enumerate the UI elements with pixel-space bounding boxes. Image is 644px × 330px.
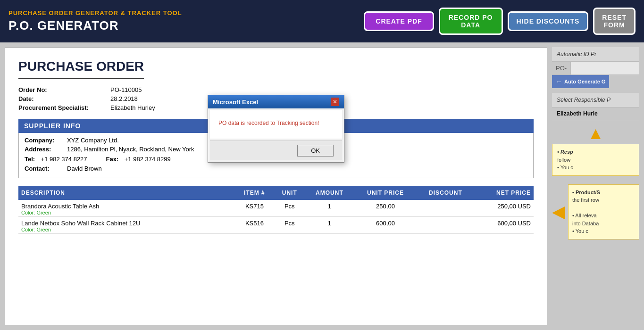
order-no-label: Order No:	[18, 86, 110, 93]
po-panel: PURCHASE ORDER Order No: PO-110005 Date:…	[5, 47, 547, 325]
item-no-cell: KS715	[235, 200, 275, 217]
auto-generate-label: Auto Generate G	[564, 79, 605, 84]
fax-label: Fax:	[106, 156, 119, 163]
hide-discounts-button[interactable]: HIDE DISCOUNTS	[508, 11, 589, 31]
auto-generate-btn-container: ← Auto Generate G	[552, 75, 639, 88]
arrow-left-icon: ◀	[552, 202, 565, 222]
item-amount-cell: 1	[305, 200, 354, 217]
date-label: Date:	[18, 95, 110, 102]
po-prefix: PO-	[552, 62, 571, 74]
item-name: Lande Netbox Soho Wall Rack Cabinet 12U	[21, 220, 232, 227]
address-value: 1286, Hamilton Pl, Nyack, Rockland, New …	[67, 146, 194, 153]
right-panel: Automatic ID Pr PO- ← Auto Generate G Se…	[552, 47, 639, 325]
item-no-cell: KS516	[235, 217, 275, 234]
col-header-description: DESCRIPTION	[18, 186, 235, 200]
date-value: 28.2.2018	[110, 95, 138, 102]
supplier-contact-row: Contact: David Brown	[25, 165, 527, 172]
fax-value: +1 982 374 8299	[125, 156, 171, 163]
item-unit-cell: Pcs	[274, 200, 305, 217]
auto-generate-button[interactable]: ← Auto Generate G	[552, 75, 609, 88]
item-name: Brandora Acoustic Table Ash	[21, 203, 232, 210]
note2-content: • Product/Sthe first row• All relevainto…	[572, 190, 600, 234]
specialist-value: Elizabeth Hurley	[110, 104, 155, 111]
col-header-discount: DISCOUNT	[417, 186, 474, 200]
record-po-line2: DATA	[461, 21, 480, 29]
header-titles: PURCHASE ORDER GENERATOR & TRACKER TOOL …	[8, 9, 364, 33]
table-header-row: DESCRIPTION ITEM # UNIT AMOUNT UNIT PRIC…	[18, 186, 534, 200]
po-title: PURCHASE ORDER	[18, 59, 144, 79]
reset-form-button[interactable]: RESET FORM	[593, 8, 636, 35]
tel-group: Tel: +1 982 374 8227	[25, 155, 87, 163]
note-box-1: • Respfollow• You c	[552, 144, 639, 176]
arrow-up-icon: ▲	[587, 125, 604, 142]
item-uprice-cell: 250,00	[354, 200, 417, 217]
col-header-item: ITEM #	[235, 186, 275, 200]
col-header-net-price: NET PRICE	[474, 186, 534, 200]
col-header-amount: AMOUNT	[305, 186, 354, 200]
item-desc-cell: Lande Netbox Soho Wall Rack Cabinet 12U …	[18, 217, 235, 234]
company-label: Company:	[25, 137, 67, 144]
item-uprice-cell: 600,00	[354, 217, 417, 234]
select-responsible-label: Select Responsible P	[552, 93, 639, 107]
fax-group: Fax: +1 982 374 8299	[106, 155, 171, 163]
auto-generate-arrow-icon: ←	[556, 78, 562, 85]
item-discount-cell	[417, 200, 474, 217]
app-subtitle: PURCHASE ORDER GENERATOR & TRACKER TOOL	[8, 9, 364, 16]
contact-value: David Brown	[67, 165, 102, 172]
address-label: Address:	[25, 146, 67, 153]
order-no-value: PO-110005	[110, 86, 142, 93]
auto-id-input-row: PO-	[552, 62, 639, 75]
record-po-button[interactable]: RECORD PO DATA	[439, 8, 503, 35]
item-discount-cell	[417, 217, 474, 234]
item-unit-cell: Pcs	[274, 217, 305, 234]
modal-titlebar: Microsoft Excel ✕	[208, 95, 344, 108]
table-row: Lande Netbox Soho Wall Rack Cabinet 12U …	[18, 217, 534, 234]
items-table: DESCRIPTION ITEM # UNIT AMOUNT UNIT PRIC…	[18, 186, 534, 234]
note1-content: • Respfollow• You c	[557, 149, 573, 170]
modal-message: PO data is recorded to Tracking section!	[218, 120, 334, 126]
item-netprice-cell: 250,00 USD	[474, 200, 534, 217]
tel-label: Tel:	[25, 156, 35, 163]
modal-body: PO data is recorded to Tracking section!	[210, 110, 342, 139]
col-header-unit-price: UNIT PRICE	[354, 186, 417, 200]
arrow-up-container: ▲	[552, 120, 639, 144]
table-row: Brandora Acoustic Table Ash Color: Green…	[18, 200, 534, 217]
modal-dialog: Microsoft Excel ✕ PO data is recorded to…	[208, 95, 344, 163]
modal-ok-button[interactable]: OK	[297, 145, 334, 157]
header-buttons: CREATE PDF RECORD PO DATA HIDE DISCOUNTS…	[364, 8, 636, 35]
tel-value: +1 982 374 8227	[41, 156, 87, 163]
company-value: XYZ Company Ltd.	[67, 137, 119, 144]
app-header: PURCHASE ORDER GENERATOR & TRACKER TOOL …	[0, 0, 644, 42]
auto-id-label: Automatic ID Pr	[552, 47, 639, 62]
app-title: P.O. GENERATOR	[8, 18, 364, 33]
tel-fax-group: Tel: +1 982 374 8227 Fax: +1 982 374 829…	[25, 155, 171, 163]
col-header-unit: UNIT	[274, 186, 305, 200]
main-container: PURCHASE ORDER Order No: PO-110005 Date:…	[0, 42, 644, 330]
item-desc-cell: Brandora Acoustic Table Ash Color: Green	[18, 200, 235, 217]
modal-close-button[interactable]: ✕	[331, 98, 339, 106]
item-color: Color: Green	[21, 227, 232, 232]
note-box-2: • Product/Sthe first row• All relevainto…	[568, 184, 639, 239]
item-amount-cell: 1	[305, 217, 354, 234]
create-pdf-button[interactable]: CREATE PDF	[364, 11, 434, 31]
responsible-select[interactable]: Elizabeth Hurle	[552, 107, 639, 120]
item-netprice-cell: 600,00 USD	[474, 217, 534, 234]
arrow-left-container: ◀ • Product/Sthe first row• All relevain…	[552, 184, 639, 239]
record-po-line1: RECORD PO	[449, 14, 493, 21]
contact-label: Contact:	[25, 165, 67, 172]
specialist-label: Procurement Specialist:	[18, 104, 110, 111]
modal-footer: OK	[210, 140, 342, 160]
po-order-row: Order No: PO-110005	[18, 86, 534, 93]
reset-form-line1: RESET	[602, 14, 627, 21]
item-color: Color: Green	[21, 210, 232, 215]
reset-form-line2: FORM	[604, 21, 625, 29]
modal-title: Microsoft Excel	[213, 99, 258, 106]
